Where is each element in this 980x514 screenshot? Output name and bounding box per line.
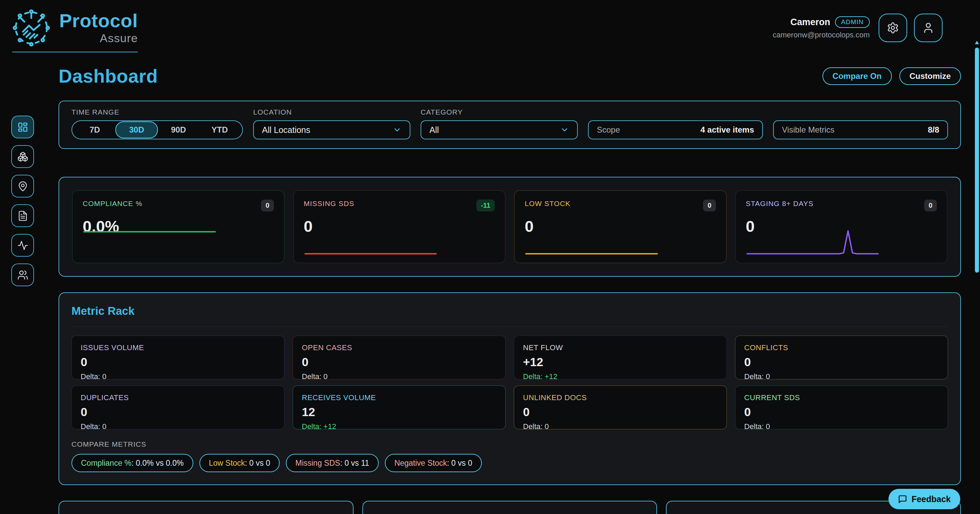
chip-metric-values: : 0 vs 0 [447, 458, 472, 468]
visible-metrics-value: 8/8 [928, 125, 939, 135]
page-title: Dashboard [59, 65, 158, 87]
metric-value: 0 [81, 405, 275, 419]
chip-metric-values: : 0 vs 0 [245, 458, 270, 468]
kpi-badge: -11 [476, 200, 495, 211]
sidebar-item-activity[interactable] [11, 234, 34, 257]
sidebar-item-users[interactable] [11, 263, 34, 286]
brand-name-primary: Protocol [59, 11, 138, 31]
chip-metric-name: Missing SDS [295, 458, 340, 468]
kpi-sparkline [525, 210, 658, 257]
sidebar-item-documents[interactable] [11, 204, 34, 227]
kpi-badge: 0 [261, 200, 274, 211]
kpi-card-compliance[interactable]: COMPLIANCE % 0 0.0% [72, 190, 285, 263]
kpi-card-missing-sds[interactable]: MISSING SDS -11 0 [293, 190, 506, 263]
compare-chip-row: Compliance % : 0.0% vs 0.0% Low Stock : … [72, 454, 948, 472]
category-group: CATEGORY All [421, 108, 578, 140]
activity-icon [18, 240, 28, 251]
kpi-label: LOW STOCK [525, 200, 571, 208]
compare-chip-compliance[interactable]: Compliance % : 0.0% vs 0.0% [72, 454, 193, 472]
compare-chip-negative-stock[interactable]: Negative Stock : 0 vs 0 [385, 454, 482, 472]
chevron-down-icon [560, 125, 569, 134]
metric-delta: Delta: 0 [81, 422, 275, 431]
feedback-label: Feedback [912, 494, 951, 504]
location-label: LOCATION [253, 108, 410, 116]
brand-name-secondary: Assure [100, 32, 138, 45]
brand: Protocol Assure [12, 9, 138, 52]
user-name: Cameron [791, 17, 830, 27]
charts-row: Compliance Coverage Current, missing, un… [59, 501, 961, 514]
visible-metrics-box[interactable]: Visible Metrics 8/8 [773, 121, 948, 140]
metric-label: UNLINKED DOCS [523, 393, 718, 402]
scrollbar-thumb[interactable] [975, 48, 979, 273]
scope-box[interactable]: Scope 4 active items [588, 121, 763, 140]
metric-delta: Delta: +12 [523, 372, 718, 381]
metric-card-net-flow[interactable]: NET FLOW +12 Delta: +12 [514, 336, 727, 379]
map-pin-icon [18, 181, 28, 192]
metric-label: NET FLOW [523, 343, 718, 352]
metric-card-conflicts[interactable]: CONFLICTS 0 Delta: 0 [735, 336, 948, 379]
kpi-sparkline [305, 210, 437, 257]
compare-chip-missing-sds[interactable]: Missing SDS : 0 vs 11 [286, 454, 379, 472]
metric-card-issues-volume[interactable]: ISSUES VOLUME 0 Delta: 0 [72, 336, 285, 379]
sidebar-item-dashboard[interactable] [11, 116, 34, 138]
chevron-down-icon [393, 125, 401, 134]
user-info: Cameron ADMIN cameronw@protocolops.com [773, 16, 870, 40]
role-badge: ADMIN [835, 16, 870, 28]
kpi-badge: 0 [924, 200, 937, 211]
scope-label: Scope [597, 125, 620, 135]
sidebar-item-locations[interactable] [11, 175, 34, 198]
scrollbar-track[interactable] [974, 0, 980, 514]
customize-button[interactable]: Customize [899, 67, 961, 85]
metric-delta: Delta: 0 [744, 372, 939, 381]
kpi-label: STAGING 8+ DAYS [746, 200, 814, 208]
compliance-coverage-card: Compliance Coverage Current, missing, un… [59, 501, 353, 514]
metric-card-open-cases[interactable]: OPEN CASES 0 Delta: 0 [293, 336, 506, 379]
sidebar-item-inventory[interactable] [11, 145, 34, 168]
metric-value: 0 [744, 355, 939, 369]
message-square-icon [898, 495, 907, 504]
sidebar-nav [11, 116, 34, 286]
app-header: Protocol Assure Cameron ADMIN cameronw@p… [0, 0, 980, 52]
chip-metric-name: Low Stock [209, 458, 245, 468]
chip-metric-name: Compliance % [81, 458, 131, 468]
users-icon [18, 270, 28, 281]
scrollbar-up-arrow-icon[interactable] [975, 41, 979, 44]
metric-card-unlinked-docs[interactable]: UNLINKED DOCS 0 Delta: 0 [514, 386, 727, 429]
chip-metric-values: : 0.0% vs 0.0% [131, 458, 183, 468]
metric-label: CURRENT SDS [744, 393, 939, 402]
gear-icon [887, 22, 899, 34]
profile-button[interactable] [914, 14, 943, 42]
feedback-button[interactable]: Feedback [888, 489, 960, 509]
kpi-card-low-stock[interactable]: LOW STOCK 0 0 [514, 190, 727, 263]
time-range-option-ytd[interactable]: YTD [199, 122, 240, 138]
metric-delta: Delta: 0 [744, 422, 939, 431]
time-range-group: TIME RANGE 7D 30D 90D YTD [72, 108, 243, 140]
main-content: Dashboard Compare On Customize TIME RANG… [59, 65, 961, 514]
brand-logo-icon [12, 9, 50, 47]
settings-button[interactable] [878, 14, 907, 42]
compare-toggle-button[interactable]: Compare On [822, 67, 892, 85]
location-group: LOCATION All Locations [253, 108, 410, 140]
kpi-card-staging[interactable]: STAGING 8+ DAYS 0 0 [735, 190, 948, 263]
metric-card-current-sds[interactable]: CURRENT SDS 0 Delta: 0 [735, 386, 948, 429]
metric-value: 0 [744, 405, 939, 419]
category-select[interactable]: All [421, 121, 578, 140]
metric-value: 0 [523, 405, 718, 419]
category-label: CATEGORY [421, 108, 578, 116]
metric-card-receives-volume[interactable]: RECEIVES VOLUME 12 Delta: +12 [293, 386, 506, 429]
location-select[interactable]: All Locations [253, 121, 410, 140]
time-range-option-30d[interactable]: 30D [115, 121, 158, 138]
metric-label: ISSUES VOLUME [81, 343, 275, 352]
metric-label: OPEN CASES [302, 343, 496, 352]
compare-chip-low-stock[interactable]: Low Stock : 0 vs 0 [199, 454, 280, 472]
filter-bar: TIME RANGE 7D 30D 90D YTD LOCATION All L… [59, 101, 961, 149]
metric-value: 0 [302, 355, 496, 369]
metric-rack-panel: Metric Rack ISSUES VOLUME 0 Delta: 0 OPE… [59, 292, 961, 485]
time-range-option-90d[interactable]: 90D [158, 122, 199, 138]
brand-text: Protocol Assure [59, 11, 138, 45]
chip-metric-values: : 0 vs 11 [340, 458, 369, 468]
kpi-badge: 0 [703, 200, 716, 211]
boxes-icon [18, 151, 28, 162]
time-range-option-7d[interactable]: 7D [74, 122, 115, 138]
metric-card-duplicates[interactable]: DUPLICATES 0 Delta: 0 [72, 386, 285, 429]
